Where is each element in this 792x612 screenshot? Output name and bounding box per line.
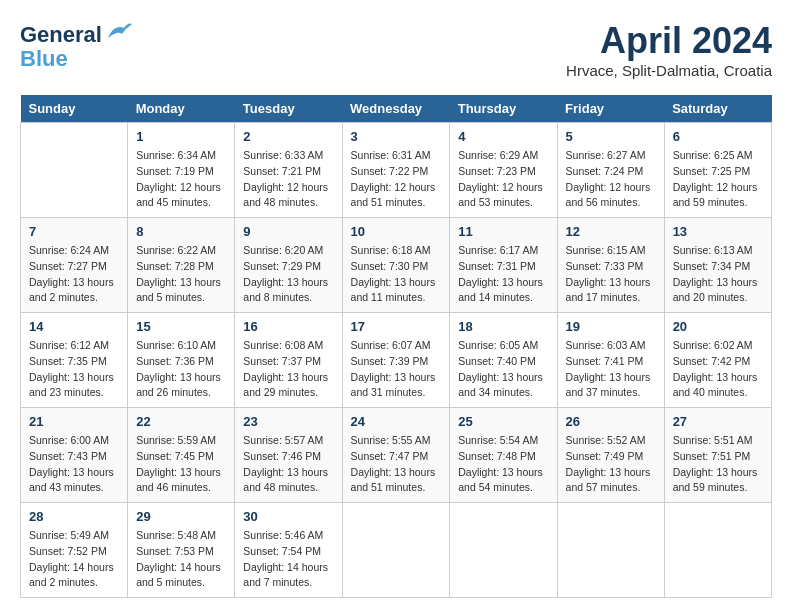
day-info: Sunrise: 5:48 AMSunset: 7:53 PMDaylight:… [136,528,226,591]
col-sunday: Sunday [21,95,128,123]
calendar-week-row: 14 Sunrise: 6:12 AMSunset: 7:35 PMDaylig… [21,313,772,408]
table-row: 27 Sunrise: 5:51 AMSunset: 7:51 PMDaylig… [664,408,771,503]
day-info: Sunrise: 6:27 AMSunset: 7:24 PMDaylight:… [566,148,656,211]
table-row: 9 Sunrise: 6:20 AMSunset: 7:29 PMDayligh… [235,218,342,313]
day-number: 12 [566,224,656,239]
table-row: 2 Sunrise: 6:33 AMSunset: 7:21 PMDayligh… [235,123,342,218]
calendar-week-row: 21 Sunrise: 6:00 AMSunset: 7:43 PMDaylig… [21,408,772,503]
day-info: Sunrise: 6:18 AMSunset: 7:30 PMDaylight:… [351,243,442,306]
table-row [557,503,664,598]
table-row: 14 Sunrise: 6:12 AMSunset: 7:35 PMDaylig… [21,313,128,408]
day-number: 4 [458,129,548,144]
day-info: Sunrise: 6:34 AMSunset: 7:19 PMDaylight:… [136,148,226,211]
day-number: 2 [243,129,333,144]
day-number: 28 [29,509,119,524]
day-number: 29 [136,509,226,524]
col-monday: Monday [128,95,235,123]
day-info: Sunrise: 6:00 AMSunset: 7:43 PMDaylight:… [29,433,119,496]
month-title: April 2024 [566,20,772,62]
calendar-week-row: 28 Sunrise: 5:49 AMSunset: 7:52 PMDaylig… [21,503,772,598]
col-saturday: Saturday [664,95,771,123]
table-row: 15 Sunrise: 6:10 AMSunset: 7:36 PMDaylig… [128,313,235,408]
table-row: 29 Sunrise: 5:48 AMSunset: 7:53 PMDaylig… [128,503,235,598]
table-row: 30 Sunrise: 5:46 AMSunset: 7:54 PMDaylig… [235,503,342,598]
day-info: Sunrise: 6:25 AMSunset: 7:25 PMDaylight:… [673,148,763,211]
logo: General Blue [20,20,134,71]
table-row: 26 Sunrise: 5:52 AMSunset: 7:49 PMDaylig… [557,408,664,503]
day-info: Sunrise: 6:05 AMSunset: 7:40 PMDaylight:… [458,338,548,401]
table-row: 5 Sunrise: 6:27 AMSunset: 7:24 PMDayligh… [557,123,664,218]
table-row: 13 Sunrise: 6:13 AMSunset: 7:34 PMDaylig… [664,218,771,313]
table-row [21,123,128,218]
day-info: Sunrise: 6:12 AMSunset: 7:35 PMDaylight:… [29,338,119,401]
table-row: 11 Sunrise: 6:17 AMSunset: 7:31 PMDaylig… [450,218,557,313]
table-row: 23 Sunrise: 5:57 AMSunset: 7:46 PMDaylig… [235,408,342,503]
table-row: 18 Sunrise: 6:05 AMSunset: 7:40 PMDaylig… [450,313,557,408]
day-number: 22 [136,414,226,429]
day-number: 6 [673,129,763,144]
table-row: 7 Sunrise: 6:24 AMSunset: 7:27 PMDayligh… [21,218,128,313]
day-number: 9 [243,224,333,239]
table-row: 25 Sunrise: 5:54 AMSunset: 7:48 PMDaylig… [450,408,557,503]
calendar-week-row: 1 Sunrise: 6:34 AMSunset: 7:19 PMDayligh… [21,123,772,218]
day-info: Sunrise: 6:02 AMSunset: 7:42 PMDaylight:… [673,338,763,401]
table-row: 1 Sunrise: 6:34 AMSunset: 7:19 PMDayligh… [128,123,235,218]
day-number: 7 [29,224,119,239]
day-info: Sunrise: 6:17 AMSunset: 7:31 PMDaylight:… [458,243,548,306]
table-row: 21 Sunrise: 6:00 AMSunset: 7:43 PMDaylig… [21,408,128,503]
table-row: 20 Sunrise: 6:02 AMSunset: 7:42 PMDaylig… [664,313,771,408]
day-info: Sunrise: 6:22 AMSunset: 7:28 PMDaylight:… [136,243,226,306]
table-row: 3 Sunrise: 6:31 AMSunset: 7:22 PMDayligh… [342,123,450,218]
col-thursday: Thursday [450,95,557,123]
calendar-table: Sunday Monday Tuesday Wednesday Thursday… [20,95,772,598]
day-number: 3 [351,129,442,144]
day-number: 18 [458,319,548,334]
page-header: General Blue April 2024 Hrvace, Split-Da… [20,20,772,79]
day-number: 10 [351,224,442,239]
table-row [342,503,450,598]
day-info: Sunrise: 5:51 AMSunset: 7:51 PMDaylight:… [673,433,763,496]
day-number: 13 [673,224,763,239]
day-number: 16 [243,319,333,334]
table-row: 19 Sunrise: 6:03 AMSunset: 7:41 PMDaylig… [557,313,664,408]
day-number: 15 [136,319,226,334]
day-info: Sunrise: 6:07 AMSunset: 7:39 PMDaylight:… [351,338,442,401]
day-info: Sunrise: 5:54 AMSunset: 7:48 PMDaylight:… [458,433,548,496]
day-number: 25 [458,414,548,429]
col-friday: Friday [557,95,664,123]
day-info: Sunrise: 6:13 AMSunset: 7:34 PMDaylight:… [673,243,763,306]
col-wednesday: Wednesday [342,95,450,123]
day-number: 11 [458,224,548,239]
day-info: Sunrise: 6:31 AMSunset: 7:22 PMDaylight:… [351,148,442,211]
day-number: 30 [243,509,333,524]
day-info: Sunrise: 6:29 AMSunset: 7:23 PMDaylight:… [458,148,548,211]
day-info: Sunrise: 5:49 AMSunset: 7:52 PMDaylight:… [29,528,119,591]
day-info: Sunrise: 5:57 AMSunset: 7:46 PMDaylight:… [243,433,333,496]
day-info: Sunrise: 6:03 AMSunset: 7:41 PMDaylight:… [566,338,656,401]
day-info: Sunrise: 6:08 AMSunset: 7:37 PMDaylight:… [243,338,333,401]
day-info: Sunrise: 5:55 AMSunset: 7:47 PMDaylight:… [351,433,442,496]
calendar-header-row: Sunday Monday Tuesday Wednesday Thursday… [21,95,772,123]
day-info: Sunrise: 6:24 AMSunset: 7:27 PMDaylight:… [29,243,119,306]
day-info: Sunrise: 6:33 AMSunset: 7:21 PMDaylight:… [243,148,333,211]
day-info: Sunrise: 6:15 AMSunset: 7:33 PMDaylight:… [566,243,656,306]
table-row [450,503,557,598]
logo-bird-icon [106,20,134,42]
table-row [664,503,771,598]
day-info: Sunrise: 5:46 AMSunset: 7:54 PMDaylight:… [243,528,333,591]
title-block: April 2024 Hrvace, Split-Dalmatia, Croat… [566,20,772,79]
table-row: 17 Sunrise: 6:07 AMSunset: 7:39 PMDaylig… [342,313,450,408]
day-info: Sunrise: 6:20 AMSunset: 7:29 PMDaylight:… [243,243,333,306]
day-number: 1 [136,129,226,144]
table-row: 6 Sunrise: 6:25 AMSunset: 7:25 PMDayligh… [664,123,771,218]
calendar-week-row: 7 Sunrise: 6:24 AMSunset: 7:27 PMDayligh… [21,218,772,313]
table-row: 22 Sunrise: 5:59 AMSunset: 7:45 PMDaylig… [128,408,235,503]
location-subtitle: Hrvace, Split-Dalmatia, Croatia [566,62,772,79]
day-info: Sunrise: 5:59 AMSunset: 7:45 PMDaylight:… [136,433,226,496]
table-row: 8 Sunrise: 6:22 AMSunset: 7:28 PMDayligh… [128,218,235,313]
day-number: 24 [351,414,442,429]
day-number: 21 [29,414,119,429]
col-tuesday: Tuesday [235,95,342,123]
logo-text: General Blue [20,20,134,71]
day-number: 19 [566,319,656,334]
